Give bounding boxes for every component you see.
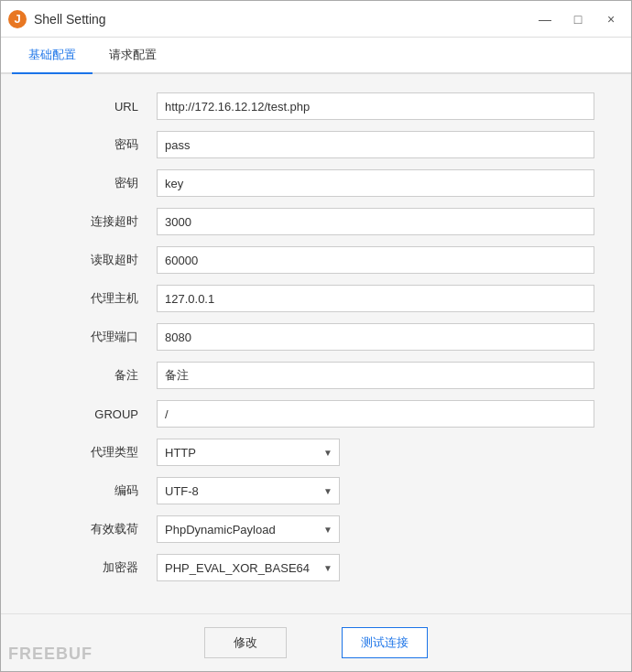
group-field[interactable] — [157, 400, 594, 428]
key-label: 密钥 — [38, 175, 157, 191]
remark-field[interactable] — [157, 362, 594, 389]
proxy-type-wrapper: HTTP SOCKS4 SOCKS5 NO_PROXY — [157, 439, 340, 466]
close-button[interactable]: × — [598, 10, 624, 28]
title-bar: J Shell Setting — □ × — [1, 1, 631, 38]
key-field[interactable] — [157, 169, 594, 197]
proxy-type-row: 代理类型 HTTP SOCKS4 SOCKS5 NO_PROXY — [38, 439, 594, 466]
url-label: URL — [38, 100, 157, 114]
encoder-wrapper: PHP_EVAL_XOR_BASE64 PHP_XOR_BASE64 BASE6… — [157, 554, 340, 581]
test-connection-button[interactable]: 测试连接 — [342, 627, 428, 658]
read-timeout-label: 读取超时 — [38, 252, 157, 268]
payload-select[interactable]: PhpDynamicPayload PhpDynamicPayloadv2 As… — [157, 515, 340, 543]
connect-timeout-row: 连接超时 — [38, 208, 594, 235]
modify-button[interactable]: 修改 — [204, 627, 287, 658]
proxy-host-row: 代理主机 — [38, 285, 594, 312]
encoder-row: 加密器 PHP_EVAL_XOR_BASE64 PHP_XOR_BASE64 B… — [38, 554, 594, 581]
remark-row: 备注 — [38, 362, 594, 389]
encoding-select[interactable]: UTF-8 GBK GB2312 ISO-8859-1 — [157, 477, 340, 504]
group-row: GROUP — [38, 400, 594, 428]
proxy-type-select[interactable]: HTTP SOCKS4 SOCKS5 NO_PROXY — [157, 439, 340, 466]
proxy-type-label: 代理类型 — [38, 444, 157, 461]
read-timeout-row: 读取超时 — [38, 246, 594, 274]
payload-wrapper: PhpDynamicPayload PhpDynamicPayloadv2 As… — [157, 515, 340, 543]
remark-label: 备注 — [38, 367, 157, 384]
tab-basic[interactable]: 基础配置 — [12, 38, 93, 74]
password-field[interactable] — [157, 131, 594, 158]
encoding-row: 编码 UTF-8 GBK GB2312 ISO-8859-1 — [38, 477, 594, 504]
encoder-select[interactable]: PHP_EVAL_XOR_BASE64 PHP_XOR_BASE64 BASE6… — [157, 554, 340, 581]
proxy-host-field[interactable] — [157, 285, 594, 312]
encoding-label: 编码 — [38, 482, 157, 499]
encoding-wrapper: UTF-8 GBK GB2312 ISO-8859-1 — [157, 477, 340, 504]
payload-label: 有效载荷 — [38, 521, 157, 537]
maximize-button[interactable]: □ — [565, 10, 591, 28]
proxy-port-label: 代理端口 — [38, 329, 157, 345]
group-label: GROUP — [38, 407, 157, 421]
proxy-host-label: 代理主机 — [38, 290, 157, 307]
url-row: URL — [38, 92, 594, 120]
tab-bar: 基础配置 请求配置 — [1, 38, 631, 74]
payload-row: 有效载荷 PhpDynamicPayload PhpDynamicPayload… — [38, 515, 594, 543]
form-content: URL 密码 密钥 连接超时 读取超时 代理主机 代理端口 备注 — [1, 74, 631, 613]
proxy-port-field[interactable] — [157, 323, 594, 351]
key-row: 密钥 — [38, 169, 594, 197]
window-controls: — □ × — [532, 10, 624, 28]
minimize-button[interactable]: — — [532, 10, 558, 28]
window-title: Shell Setting — [34, 12, 532, 27]
tab-request[interactable]: 请求配置 — [93, 38, 173, 74]
connect-timeout-field[interactable] — [157, 208, 594, 235]
shell-setting-window: J Shell Setting — □ × 基础配置 请求配置 URL 密码 密… — [0, 0, 632, 672]
connect-timeout-label: 连接超时 — [38, 213, 157, 230]
read-timeout-field[interactable] — [157, 246, 594, 274]
footer: 修改 测试连接 — [1, 613, 631, 671]
proxy-port-row: 代理端口 — [38, 323, 594, 351]
url-field[interactable] — [157, 92, 594, 120]
encoder-label: 加密器 — [38, 559, 157, 576]
password-label: 密码 — [38, 136, 157, 153]
password-row: 密码 — [38, 131, 594, 158]
app-icon: J — [8, 10, 27, 28]
